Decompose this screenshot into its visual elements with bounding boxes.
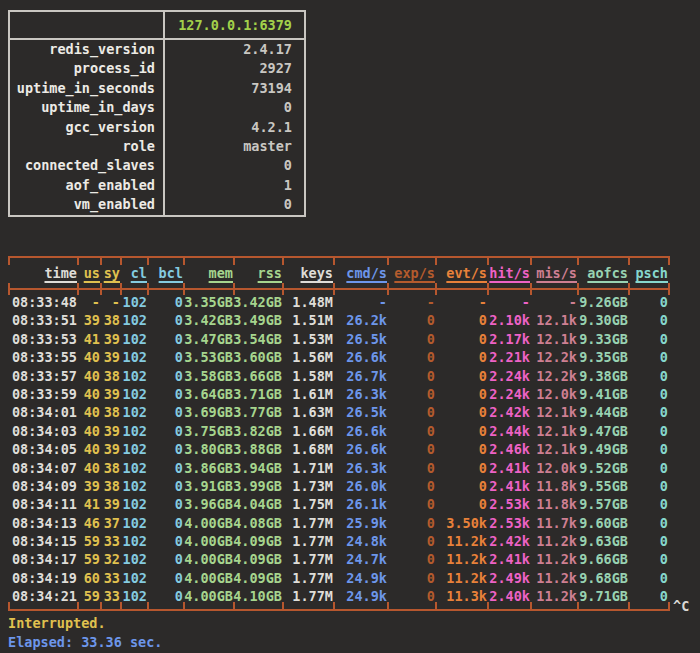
cell-cl: 102 bbox=[120, 403, 147, 421]
cell-exp_s: 0 bbox=[387, 569, 435, 587]
cell-evt_s: 11.2k bbox=[435, 550, 487, 568]
cell-exp_s: 0 bbox=[387, 348, 435, 366]
info-value: 0 bbox=[165, 195, 304, 214]
stats-row: 08:34:03403910203.75GB3.82GB1.66M26.6k00… bbox=[8, 422, 668, 440]
column-tick bbox=[335, 602, 389, 611]
info-label: gcc_version bbox=[10, 118, 165, 137]
cell-exp_s: 0 bbox=[387, 311, 435, 329]
cell-keys: 1.75M bbox=[282, 495, 333, 513]
stats-row: 08:34:07403810203.86GB3.94GB1.71M26.3k00… bbox=[8, 459, 668, 477]
column-tick bbox=[79, 256, 102, 265]
cell-cl: 102 bbox=[120, 440, 147, 458]
cell-bcl: 0 bbox=[147, 477, 183, 495]
cell-bcl: 0 bbox=[147, 385, 183, 403]
cell-bcl: 0 bbox=[147, 348, 183, 366]
cell-mem: 3.96GB bbox=[183, 495, 233, 513]
stats-bottom-border bbox=[8, 606, 668, 614]
info-label: role bbox=[10, 137, 165, 156]
cell-rss: 3.42GB bbox=[233, 293, 282, 311]
info-table-body: redis_version2.4.17process_id2927uptime_… bbox=[10, 40, 304, 215]
redis-info-table: 127.0.0.1:6379 redis_version2.4.17proces… bbox=[8, 10, 306, 217]
column-tick bbox=[532, 256, 579, 265]
cell-mis_s: 12.1k bbox=[530, 403, 577, 421]
cell-rss: 4.04GB bbox=[233, 495, 282, 513]
cell-mis_s: 12.0k bbox=[530, 385, 577, 403]
cell-hit_s: 2.41k bbox=[487, 550, 530, 568]
cell-aofcs: 9.38GB bbox=[577, 367, 628, 385]
stats-row: 08:34:19603310204.00GB4.09GB1.77M24.9k01… bbox=[8, 569, 668, 587]
cell-aofcs: 9.30GB bbox=[577, 311, 628, 329]
column-tick bbox=[389, 283, 437, 295]
cell-us: 60 bbox=[77, 569, 100, 587]
cell-mem: 3.91GB bbox=[183, 477, 233, 495]
column-tick bbox=[149, 256, 185, 265]
cell-sy: 38 bbox=[100, 311, 120, 329]
cell-evt_s: 0 bbox=[435, 367, 487, 385]
border-ticks bbox=[8, 256, 668, 265]
column-tick bbox=[579, 256, 630, 265]
column-tick bbox=[185, 283, 235, 295]
cell-cmd_s: 26.5k bbox=[333, 330, 387, 348]
cell-cl: 102 bbox=[120, 459, 147, 477]
cell-keys: 1.51M bbox=[282, 311, 333, 329]
cell-us: 41 bbox=[77, 495, 100, 513]
cell-cmd_s: 26.3k bbox=[333, 459, 387, 477]
cell-us: - bbox=[77, 293, 100, 311]
cell-keys: 1.63M bbox=[282, 403, 333, 421]
cell-psch: 0 bbox=[628, 514, 668, 532]
stats-row: 08:34:05403910203.80GB3.88GB1.68M26.6k00… bbox=[8, 440, 668, 458]
cell-sy: 39 bbox=[100, 422, 120, 440]
cell-rss: 3.54GB bbox=[233, 330, 282, 348]
column-tick bbox=[284, 602, 335, 611]
cell-psch: 0 bbox=[628, 440, 668, 458]
cell-mis_s: 12.1k bbox=[530, 422, 577, 440]
cell-time: 08:33:48 bbox=[8, 293, 77, 311]
column-tick bbox=[10, 283, 79, 295]
cell-exp_s: 0 bbox=[387, 459, 435, 477]
cell-cl: 102 bbox=[120, 495, 147, 513]
cell-us: 40 bbox=[77, 348, 100, 366]
info-value: 1 bbox=[165, 176, 304, 195]
column-tick bbox=[532, 602, 579, 611]
info-value: 4.2.1 bbox=[165, 118, 304, 137]
cell-time: 08:34:13 bbox=[8, 514, 77, 532]
cell-us: 40 bbox=[77, 385, 100, 403]
cell-aofcs: 9.35GB bbox=[577, 348, 628, 366]
cell-sy: 33 bbox=[100, 569, 120, 587]
cell-cl: 102 bbox=[120, 514, 147, 532]
stats-header-separator bbox=[8, 285, 668, 293]
info-row: vm_enabled0 bbox=[10, 195, 304, 214]
info-label: aof_enabled bbox=[10, 176, 165, 195]
cell-rss: 3.66GB bbox=[233, 367, 282, 385]
cell-aofcs: 9.52GB bbox=[577, 459, 628, 477]
column-tick bbox=[335, 283, 389, 295]
column-tick bbox=[630, 256, 670, 265]
cell-mem: 3.53GB bbox=[183, 348, 233, 366]
terminal-screen[interactable]: 127.0.0.1:6379 redis_version2.4.17proces… bbox=[0, 0, 700, 653]
cell-sy: 38 bbox=[100, 477, 120, 495]
redis-stats-table: timeussyclbclmemrsskeyscmd/sexp/sevt/shi… bbox=[8, 253, 668, 614]
cell-us: 39 bbox=[77, 477, 100, 495]
cell-cl: 102 bbox=[120, 550, 147, 568]
cell-time: 08:34:09 bbox=[8, 477, 77, 495]
cell-mem: 4.00GB bbox=[183, 532, 233, 550]
cell-sy: 38 bbox=[100, 459, 120, 477]
cell-exp_s: 0 bbox=[387, 495, 435, 513]
cell-psch: 0 bbox=[628, 550, 668, 568]
info-row: uptime_in_seconds73194 bbox=[10, 79, 304, 98]
cell-bcl: 0 bbox=[147, 569, 183, 587]
cell-sy: 33 bbox=[100, 532, 120, 550]
cell-evt_s: 3.50k bbox=[435, 514, 487, 532]
cell-evt_s: 0 bbox=[435, 403, 487, 421]
cell-exp_s: 0 bbox=[387, 477, 435, 495]
cell-psch: 0 bbox=[628, 403, 668, 421]
cell-cmd_s: 25.9k bbox=[333, 514, 387, 532]
cell-evt_s: 0 bbox=[435, 348, 487, 366]
cell-bcl: 0 bbox=[147, 495, 183, 513]
cell-keys: 1.61M bbox=[282, 385, 333, 403]
cell-keys: 1.77M bbox=[282, 550, 333, 568]
cell-psch: 0 bbox=[628, 367, 668, 385]
cell-cl: 102 bbox=[120, 422, 147, 440]
info-row: redis_version2.4.17 bbox=[10, 40, 304, 59]
column-tick bbox=[335, 256, 389, 265]
